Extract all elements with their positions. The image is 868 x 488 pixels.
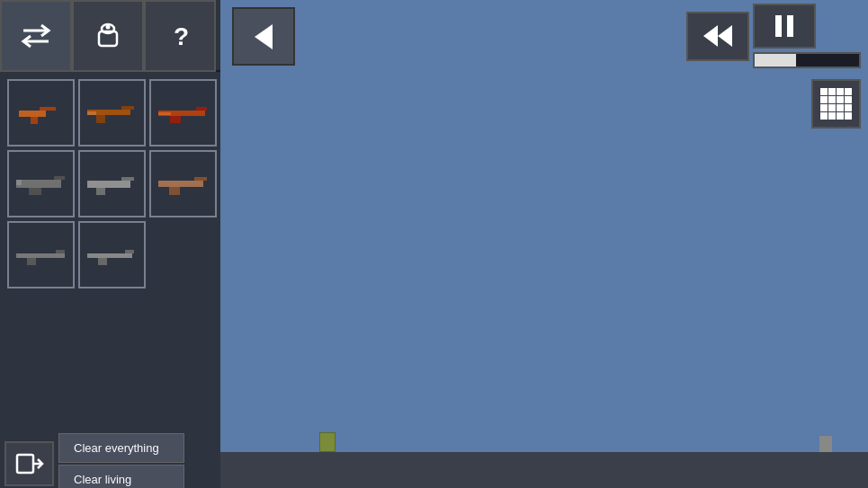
top-right-controls <box>679 0 868 72</box>
svg-rect-38 <box>775 15 782 37</box>
main-game-area[interactable] <box>220 0 868 488</box>
svg-rect-6 <box>19 111 46 117</box>
svg-rect-31 <box>125 250 134 253</box>
svg-rect-14 <box>196 107 207 111</box>
ground <box>220 452 868 488</box>
weapon-cell-empty <box>149 221 217 288</box>
svg-rect-22 <box>121 177 134 181</box>
svg-rect-21 <box>87 181 130 188</box>
weapon-cell-1[interactable] <box>7 79 75 146</box>
grid-icon <box>820 88 852 120</box>
svg-rect-15 <box>170 116 181 123</box>
svg-marker-36 <box>703 25 718 47</box>
rewind-button[interactable] <box>686 12 749 61</box>
sidebar: ? <box>0 0 220 488</box>
clear-living-button[interactable]: Clear living <box>58 465 184 489</box>
bottom-bar: Clear everything Clear living <box>0 439 220 488</box>
weapon-cell-5[interactable] <box>78 150 146 217</box>
svg-rect-8 <box>31 117 38 124</box>
svg-rect-28 <box>56 250 65 253</box>
swap-button[interactable] <box>0 0 72 72</box>
svg-rect-20 <box>16 180 22 185</box>
svg-rect-17 <box>16 180 61 188</box>
svg-rect-29 <box>27 258 36 265</box>
svg-rect-19 <box>29 188 41 195</box>
svg-marker-35 <box>255 24 273 49</box>
svg-rect-10 <box>121 106 134 110</box>
pause-button[interactable] <box>753 4 816 49</box>
svg-rect-33 <box>17 455 33 473</box>
grid-toggle-button[interactable] <box>811 79 861 129</box>
weapon-cell-8[interactable] <box>78 221 146 288</box>
svg-rect-25 <box>194 177 207 181</box>
help-button[interactable]: ? <box>144 0 216 72</box>
svg-rect-7 <box>40 107 56 111</box>
clear-everything-button[interactable]: Clear everything <box>58 433 184 463</box>
back-button[interactable] <box>232 7 295 66</box>
top-toolbar: ? <box>0 0 220 72</box>
svg-rect-24 <box>158 181 203 187</box>
player-character <box>319 432 336 452</box>
weapon-cell-2[interactable] <box>78 79 146 146</box>
svg-marker-37 <box>718 25 732 47</box>
context-menu: Clear everything Clear living <box>58 433 184 489</box>
weapon-grid <box>0 72 220 488</box>
svg-rect-12 <box>87 111 96 115</box>
svg-rect-27 <box>16 253 65 258</box>
speed-bar[interactable] <box>753 52 861 68</box>
small-figure <box>819 436 832 452</box>
svg-point-4 <box>106 25 111 30</box>
svg-rect-30 <box>87 253 132 258</box>
svg-rect-16 <box>158 112 171 115</box>
svg-text:?: ? <box>174 22 189 50</box>
svg-rect-18 <box>54 176 65 180</box>
svg-rect-39 <box>787 15 793 37</box>
svg-rect-32 <box>98 258 107 265</box>
bag-button[interactable] <box>72 0 144 72</box>
svg-rect-23 <box>96 188 105 195</box>
exit-button[interactable] <box>4 441 54 486</box>
speed-bar-fill <box>755 54 796 67</box>
weapon-cell-4[interactable] <box>7 150 75 217</box>
weapon-cell-3[interactable] <box>149 79 217 146</box>
svg-rect-11 <box>96 115 105 123</box>
svg-rect-26 <box>169 187 180 195</box>
weapon-cell-6[interactable] <box>149 150 217 217</box>
weapon-cell-7[interactable] <box>7 221 75 288</box>
